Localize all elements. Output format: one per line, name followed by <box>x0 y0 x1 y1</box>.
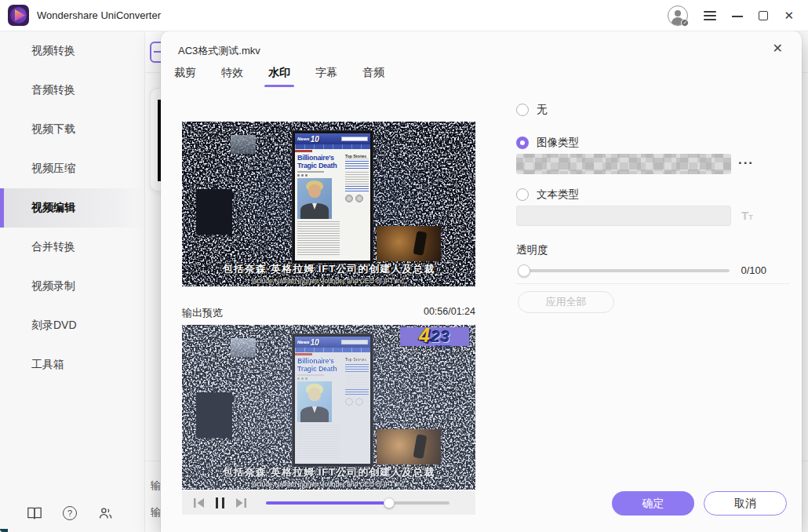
webpage-link-list <box>345 161 369 170</box>
avatar-check-badge: ✓ <box>681 19 689 27</box>
news-logo-word: News <box>297 137 310 141</box>
background-mini-screen <box>231 135 256 154</box>
opacity-value: 0/100 <box>663 264 766 276</box>
sidebar-item-audio-convert[interactable]: 音频转换 <box>0 71 144 110</box>
watermark-image-radio[interactable]: 图像类型 <box>516 136 579 150</box>
step-forward-button[interactable] <box>235 497 247 508</box>
opacity-label: 透明度 <box>516 243 548 257</box>
window-close-icon[interactable]: ✕ <box>784 9 794 21</box>
playback-controls <box>182 490 475 515</box>
tab-effects[interactable]: 特效 <box>221 66 243 87</box>
secondary-scene-inset <box>377 429 441 465</box>
cancel-button[interactable]: 取消 <box>704 491 787 516</box>
webpage-social-icons <box>297 377 343 380</box>
video-frame: News 10 Billionaire's Tragic Death <box>182 122 475 286</box>
subtitle-english: Include Nathan Ingram, founder and CEO o… <box>182 277 475 285</box>
watermark-text-input[interactable] <box>516 206 731 226</box>
webpage-sidebar-text <box>345 375 369 388</box>
progress-handle[interactable] <box>384 497 395 508</box>
watermark-down-text: DOWN <box>435 344 452 349</box>
background-dark-panel <box>196 392 232 438</box>
radio-circle[interactable] <box>516 188 529 201</box>
webpage-top-stories-heading: Top Stories <box>345 357 369 363</box>
tab-crop[interactable]: 裁剪 <box>174 66 196 87</box>
subtitle-chinese: 包括奈森·英格拉姆 IFT公司的创建人及总裁 <box>182 262 475 276</box>
apply-all-button[interactable]: 应用全部 <box>518 291 614 313</box>
watermark-digit-4: 4 <box>419 326 430 345</box>
app-logo-icon <box>8 5 29 26</box>
image-path-input-blurred[interactable] <box>516 154 731 174</box>
ok-button[interactable]: 确定 <box>612 491 694 516</box>
tab-subtitle[interactable]: 字幕 <box>315 66 337 87</box>
options-divider <box>516 283 789 284</box>
webpage-thumbnails <box>345 398 369 406</box>
window-corner-artifact <box>0 529 8 532</box>
hamburger-menu-icon[interactable] <box>704 11 716 20</box>
subtitle-english: Include Nathan Ingram, founder and CEO o… <box>182 480 475 488</box>
background-mini-screen <box>231 338 256 357</box>
news-logo-word: News <box>297 340 310 344</box>
webpage-monitor: News 10 Billionaire's Tragic Death <box>292 130 373 264</box>
video-frame: News 10 Billionaire's Tragic Death <box>182 325 475 490</box>
webpage-header: News 10 <box>295 133 370 144</box>
sidebar-item-burn-dvd[interactable]: 刻录DVD <box>0 306 144 345</box>
watermark-none-radio[interactable]: 无 <box>516 103 548 117</box>
webpage-body-text <box>297 221 340 256</box>
maximize-icon[interactable] <box>759 11 768 20</box>
news-webpage: News 10 Billionaire's Tragic Death <box>295 133 370 261</box>
help-icon[interactable]: ? <box>62 505 78 521</box>
browse-more-button[interactable]: ··· <box>738 155 754 171</box>
font-settings-icon[interactable]: TT <box>741 209 753 222</box>
sidebar-item-toolbox[interactable]: 工具箱 <box>0 345 144 384</box>
contact-us-icon[interactable] <box>97 505 113 521</box>
webpage-sidebar-text <box>345 172 369 184</box>
titlebar: Wondershare UniConverter ✓ ✕ <box>0 0 808 31</box>
opacity-handle[interactable] <box>518 264 530 277</box>
progress-fill <box>266 501 389 505</box>
webpage-link-list-2 <box>345 389 369 395</box>
dialog-close-icon[interactable]: ✕ <box>773 41 783 56</box>
sidebar-item-video-download[interactable]: 视频下载 <box>0 110 144 149</box>
app-title: Wondershare UniConverter <box>37 9 161 21</box>
sidebar-item-screen-record[interactable]: 视频录制 <box>0 267 144 306</box>
edit-dialog: AC3格式测试.mkv ✕ 裁剪 特效 水印 字幕 音频 原始预览 News 1… <box>161 31 802 532</box>
webpage-thumbnails <box>345 195 369 202</box>
sidebar-item-video-edit[interactable]: 视频编辑 <box>0 188 144 228</box>
watermark-digits-23: 23 <box>431 328 450 345</box>
webpage-body-text <box>297 425 340 459</box>
webpage-monitor: News 10 Billionaire's Tragic Death <box>292 333 373 467</box>
webpage-social-icons <box>297 174 343 177</box>
progress-slider[interactable] <box>266 501 449 505</box>
pause-button[interactable] <box>216 497 224 508</box>
webpage-headline: Billionaire's Tragic Death <box>297 154 343 169</box>
playback-time: 00:56/01:24 <box>182 306 475 317</box>
webpage-search-box <box>341 137 368 141</box>
watermark-text-radio[interactable]: 文本类型 <box>516 188 579 202</box>
webpage-header: News 10 <box>295 337 370 348</box>
step-back-button[interactable] <box>193 497 206 508</box>
webpage-byline <box>297 374 324 376</box>
webpage-portrait-photo <box>297 381 332 422</box>
tab-watermark[interactable]: 水印 <box>268 66 290 87</box>
sidebar-item-video-convert[interactable]: 视频转换 <box>0 31 144 71</box>
output-preview-video: News 10 Billionaire's Tragic Death <box>182 325 475 490</box>
app-window: Wondershare UniConverter ✓ ✕ 视频转换 音频转换 视… <box>0 0 808 532</box>
dialog-tabs: 裁剪 特效 水印 字幕 音频 <box>174 66 384 87</box>
account-avatar[interactable]: ✓ <box>668 5 688 26</box>
minimize-icon[interactable] <box>732 16 743 17</box>
radio-circle-selected[interactable] <box>516 137 529 149</box>
webpage-top-stories-heading: Top Stories <box>345 154 369 159</box>
webpage-search-box <box>341 340 368 344</box>
sidebar-item-merge-convert[interactable]: 合并转换 <box>0 228 144 267</box>
sidebar-item-video-compress[interactable]: 视频压缩 <box>0 149 144 188</box>
webpage-link-list-2 <box>345 186 369 192</box>
webpage-portrait-photo <box>297 178 332 219</box>
tab-audio[interactable]: 音频 <box>362 66 384 87</box>
dialog-title: AC3格式测试.mkv <box>178 44 260 58</box>
webpage-headline: Billionaire's Tragic Death <box>297 357 343 373</box>
subtitle-chinese: 包括奈森·英格拉姆 IFT公司的创建人及总裁 <box>182 465 475 479</box>
image-watermark: 4 23 DOWN <box>400 327 469 346</box>
user-guide-book-icon[interactable] <box>27 505 42 521</box>
background-dark-panel <box>196 189 232 235</box>
radio-circle[interactable] <box>516 104 529 116</box>
